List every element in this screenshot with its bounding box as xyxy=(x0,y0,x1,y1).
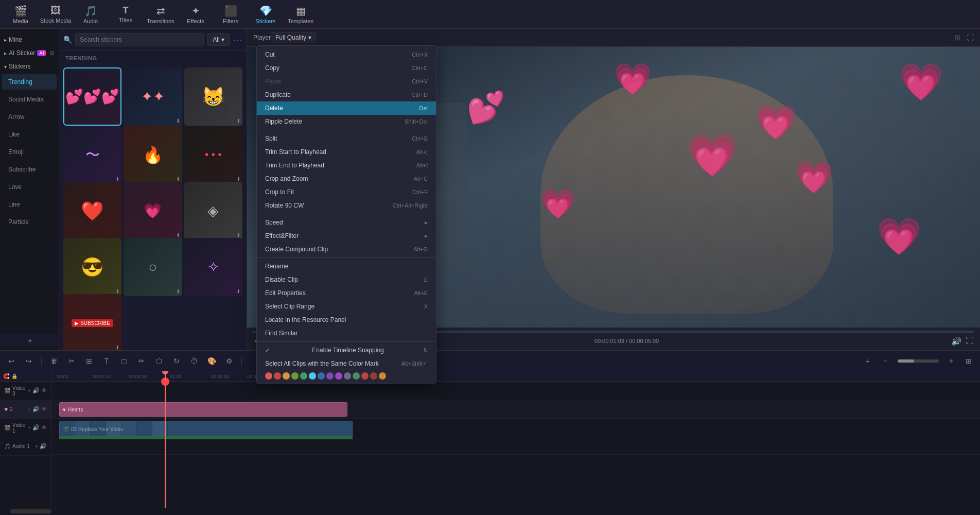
menu-rename[interactable]: Rename xyxy=(257,260,436,273)
track-add-icon4[interactable]: + xyxy=(35,443,38,450)
grid-view-button[interactable]: ⊞ xyxy=(961,354,976,368)
sidebar-item-emoji[interactable]: Emoji xyxy=(2,144,57,160)
fullscreen-icon[interactable]: ⛶ xyxy=(967,33,974,42)
color-dot-7[interactable] xyxy=(318,372,325,380)
toolbar-media[interactable]: 🎬 Media xyxy=(4,2,37,27)
sidebar-item-arrow[interactable]: Arrow xyxy=(2,109,57,125)
menu-disable[interactable]: Disable Clip E xyxy=(257,273,436,286)
sidebar-item-love[interactable]: Love xyxy=(2,179,57,195)
sidebar-item-line[interactable]: Line xyxy=(2,197,57,212)
cut-button[interactable]: ✂ xyxy=(64,354,79,368)
menu-crop-fit[interactable]: Crop to Fit Ctrl+F xyxy=(257,185,436,199)
delete-button[interactable]: 🗑 xyxy=(47,354,61,368)
adjust-button[interactable]: ⚙ xyxy=(222,354,236,368)
menu-trim-start[interactable]: Trim Start to Playhead Alt+[ xyxy=(257,145,436,159)
track-audio-icon2[interactable]: 🔊 xyxy=(32,406,40,413)
menu-ripple-delete[interactable]: Ripple Delete Shift+Del xyxy=(257,115,436,128)
shape-button[interactable]: ◻ xyxy=(117,354,131,368)
zoom-in-button[interactable]: ＋ xyxy=(944,354,958,368)
zoom-slider[interactable] xyxy=(898,359,939,363)
track-mute-icon[interactable]: 🔊 xyxy=(40,443,47,450)
color-dot-10[interactable] xyxy=(344,372,351,380)
menu-copy[interactable]: Copy Ctrl+C xyxy=(257,61,436,75)
menu-speed[interactable]: Speed ▸ xyxy=(257,216,436,229)
track-add-icon[interactable]: + xyxy=(28,387,31,394)
sidebar-section-stickers[interactable]: ▾ Stickers xyxy=(0,60,59,73)
sidebar-section-mine[interactable]: ▸ Mine xyxy=(0,33,59,46)
sticker-item-emoji-cool[interactable]: 😎 ⬇ xyxy=(63,238,121,296)
color-dot-3[interactable] xyxy=(283,372,290,380)
menu-compound[interactable]: Create Compound Clip Alt+G xyxy=(257,243,436,256)
toolbar-filters[interactable]: ⬛ Filters xyxy=(214,2,247,27)
color-dot-14[interactable] xyxy=(379,372,386,380)
color-dot-8[interactable] xyxy=(326,372,334,380)
speed-button[interactable]: ⏱ xyxy=(187,354,201,368)
sticker-item-fire[interactable]: 🔥 ⬇ xyxy=(124,126,182,184)
sticker-item-subscribe[interactable]: ▶ SUBSCRIBE ⬇ xyxy=(63,294,121,350)
sidebar-collapse-button[interactable]: ◂ xyxy=(0,334,59,346)
menu-rotate[interactable]: Rotate 90 CW Ctrl+Alt+Right xyxy=(257,199,436,212)
sticker-item-swirl[interactable]: 〜 ⬇ xyxy=(63,126,121,184)
sticker-item-pink-heart[interactable]: 💗 ⬇ xyxy=(124,182,182,240)
menu-cut[interactable]: Cut Ctrl+X xyxy=(257,48,436,61)
sidebar-item-subscribe[interactable]: Subscribe xyxy=(2,162,57,177)
sticker-item-red-heart[interactable]: ❤️ xyxy=(63,182,121,240)
menu-crop-zoom[interactable]: Crop and Zoom Alt+C xyxy=(257,172,436,185)
track-add-icon3[interactable]: + xyxy=(28,424,31,431)
color-button[interactable]: 🎨 xyxy=(204,354,219,368)
grid-icon[interactable]: ⊞ xyxy=(954,33,960,42)
menu-split[interactable]: Split Ctrl+B xyxy=(257,132,436,145)
menu-edit-props[interactable]: Edit Properties Alt+E xyxy=(257,286,436,300)
sticker-item-white[interactable]: ◈ ⬇ xyxy=(184,182,242,240)
redo-button[interactable]: ↪ xyxy=(22,354,36,368)
menu-select-color[interactable]: Select All Clips with the Same Color Mar… xyxy=(257,357,436,370)
filter-button[interactable]: All ▾ xyxy=(207,33,230,46)
color-dot-2[interactable] xyxy=(274,372,281,380)
color-dot-4[interactable] xyxy=(291,372,299,380)
track-audio-icon[interactable]: 🔊 xyxy=(32,387,40,394)
clip-hearts[interactable]: ♥ Hearts xyxy=(59,402,347,417)
sticker-item-hearts[interactable]: 💕💕💕 xyxy=(63,67,121,126)
crop-button[interactable]: ⊞ xyxy=(82,354,96,368)
bottom-scrollbar[interactable] xyxy=(0,508,980,515)
undo-button[interactable]: ↩ xyxy=(4,354,19,368)
scrollbar-thumb[interactable] xyxy=(10,509,51,513)
volume-button[interactable]: 🔊 xyxy=(951,336,961,346)
menu-find-similar[interactable]: Find Similar xyxy=(257,327,436,340)
ai-settings-icon[interactable]: ⚙ xyxy=(49,50,55,57)
clip-video1[interactable]: 🎬 02 Replace Your Video xyxy=(59,421,353,437)
track-audio-icon3[interactable]: 🔊 xyxy=(32,424,40,431)
sidebar-item-trending[interactable]: Trending xyxy=(2,74,57,90)
mask-button[interactable]: ⬡ xyxy=(152,354,166,368)
track-eye-icon2[interactable]: 👁 xyxy=(41,406,47,413)
sticker-item-sparkle[interactable]: ✦✦ ⬇ xyxy=(124,67,182,126)
track-eye-icon[interactable]: 👁 xyxy=(41,387,47,394)
toolbar-audio[interactable]: 🎵 Audio xyxy=(74,2,107,27)
menu-locate[interactable]: Locate in the Resource Panel xyxy=(257,313,436,327)
sidebar-item-particle[interactable]: Particle xyxy=(2,214,57,230)
sticker-item-magic[interactable]: ✧ ⬇ xyxy=(184,238,242,296)
menu-select-range[interactable]: Select Clip Range X xyxy=(257,300,436,313)
menu-enable-snapping[interactable]: ✓ Enable Timeline Snapping N xyxy=(257,344,436,357)
menu-effect-filter[interactable]: Effect&Filter ▸ xyxy=(257,229,436,243)
color-dot-11[interactable] xyxy=(353,372,360,380)
fullscreen-button[interactable]: ⛶ xyxy=(966,336,974,346)
sticker-item-dots[interactable]: • • • ⬇ xyxy=(184,126,242,184)
color-dot-9[interactable] xyxy=(335,372,342,380)
track-add-icon2[interactable]: + xyxy=(28,406,31,413)
magnet-icon[interactable]: 🧲 xyxy=(3,373,9,379)
menu-duplicate[interactable]: Duplicate Ctrl+D xyxy=(257,88,436,101)
sticker-item-cat[interactable]: 😸 ⬇ xyxy=(184,67,242,126)
toolbar-effects[interactable]: ✦ Effects xyxy=(179,2,212,27)
color-dot-1[interactable] xyxy=(265,372,272,380)
color-dot-5[interactable] xyxy=(300,372,307,380)
toolbar-transitions[interactable]: ⇄ Transitions xyxy=(144,2,177,27)
zoom-out-button[interactable]: － xyxy=(878,354,892,368)
menu-trim-end[interactable]: Trim End to Playhead Alt+] xyxy=(257,159,436,172)
rotate-button[interactable]: ↻ xyxy=(169,354,184,368)
playhead[interactable] xyxy=(165,371,166,381)
sidebar-item-social[interactable]: Social Media xyxy=(2,92,57,107)
more-options-button[interactable]: ⋯ xyxy=(233,34,242,45)
color-dot-6[interactable] xyxy=(309,372,316,380)
sidebar-section-ai[interactable]: ▸ AI Sticker AI ⚙ xyxy=(0,46,59,60)
